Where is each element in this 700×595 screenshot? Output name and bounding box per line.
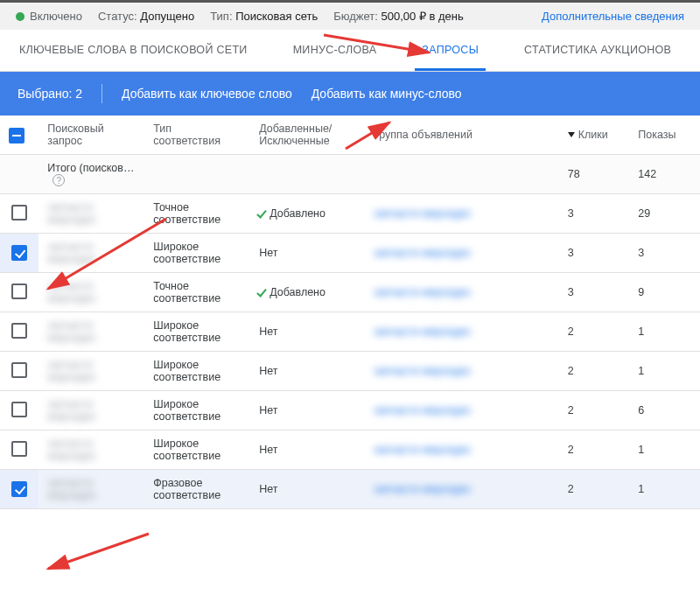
- col-match-type[interactable]: Тип соответствия: [144, 116, 250, 155]
- table-row: запчасти мерседесТочное соответствиеДоба…: [0, 273, 700, 312]
- budget-kv: Бюджет: 500,00 ₽ в день: [333, 10, 464, 23]
- table-row: запчасти мерседесШирокое соответствиеНет…: [0, 391, 700, 430]
- search-queries-table: Поисковый запрос Тип соответствия Добавл…: [0, 116, 700, 509]
- ad-group-cell[interactable]: запчасти мерседес: [365, 470, 559, 509]
- clicks-cell: 3: [559, 194, 630, 234]
- svg-line-3: [48, 534, 149, 569]
- added-cell: Нет: [250, 391, 365, 430]
- impressions-cell: 1: [629, 352, 700, 391]
- enabled-label: Включено: [30, 10, 82, 23]
- table-row: запчасти мерседесФразовое соответствиеНе…: [0, 470, 700, 509]
- match-type-cell: Широкое соответствие: [144, 234, 250, 273]
- row-checkbox[interactable]: [11, 323, 27, 339]
- table-header-row: Поисковый запрос Тип соответствия Добавл…: [0, 116, 700, 155]
- campaign-status-bar: Включено Статус: Допущено Тип: Поисковая…: [0, 0, 700, 30]
- col-added-excluded[interactable]: Добавленные/ Исключенные: [250, 116, 365, 155]
- added-cell: Добавлено: [250, 194, 365, 234]
- query-cell: запчасти мерседес: [38, 430, 144, 470]
- match-type-cell: Фразовое соответствие: [144, 470, 250, 509]
- query-cell: запчасти мерседес: [38, 352, 144, 391]
- match-type-cell: Широкое соответствие: [144, 391, 250, 430]
- query-cell: запчасти мерседес: [38, 312, 144, 352]
- impressions-cell: 1: [629, 312, 700, 352]
- table-row: запчасти мерседесШирокое соответствиеНет…: [0, 234, 700, 273]
- more-details-link[interactable]: Дополнительные сведения: [542, 10, 684, 23]
- added-cell: Нет: [250, 470, 365, 509]
- impressions-cell: 6: [629, 391, 700, 430]
- table-row: запчасти мерседесШирокое соответствиеНет…: [0, 430, 700, 470]
- tabs-bar: КЛЮЧЕВЫЕ СЛОВА В ПОИСКОВОЙ СЕТИ МИНУС-СЛ…: [0, 30, 700, 72]
- sort-desc-icon: [568, 132, 575, 137]
- col-ad-group[interactable]: Группа объявлений: [365, 116, 559, 155]
- impressions-cell: 29: [629, 194, 700, 234]
- col-impressions[interactable]: Показы: [629, 116, 700, 155]
- clicks-cell: 2: [559, 312, 630, 352]
- type-kv: Тип: Поисковая сеть: [210, 10, 318, 23]
- table-row: запчасти мерседесТочное соответствиеДоба…: [0, 194, 700, 234]
- query-cell: запчасти мерседес: [38, 273, 144, 312]
- header-checkbox-cell: [0, 116, 38, 155]
- selection-action-bar: Выбрано: 2 Добавить как ключевое слово Д…: [0, 72, 700, 116]
- selected-count: Выбрано: 2: [18, 87, 82, 101]
- row-checkbox[interactable]: [11, 441, 27, 457]
- table-row: запчасти мерседесШирокое соответствиеНет…: [0, 312, 700, 352]
- ad-group-cell[interactable]: запчасти мерседес: [365, 194, 559, 234]
- match-type-cell: Точное соответствие: [144, 273, 250, 312]
- match-type-cell: Широкое соответствие: [144, 352, 250, 391]
- totals-row: Итого (поисков… ? 78 142: [0, 155, 700, 194]
- table-row: запчасти мерседесШирокое соответствиеНет…: [0, 352, 700, 391]
- ad-group-cell[interactable]: запчасти мерседес: [365, 430, 559, 470]
- added-cell: Нет: [250, 312, 365, 352]
- tab-negative[interactable]: МИНУС-СЛОВА: [286, 30, 384, 71]
- added-cell: Нет: [250, 352, 365, 391]
- separator-icon: [102, 84, 102, 103]
- ad-group-cell[interactable]: запчасти мерседес: [365, 352, 559, 391]
- row-checkbox[interactable]: [11, 245, 27, 261]
- check-icon: [256, 207, 267, 218]
- clicks-cell: 2: [559, 391, 630, 430]
- match-type-cell: Точное соответствие: [144, 194, 250, 234]
- clicks-cell: 3: [559, 234, 630, 273]
- ad-group-cell[interactable]: запчасти мерседес: [365, 273, 559, 312]
- ad-group-cell[interactable]: запчасти мерседес: [365, 234, 559, 273]
- query-cell: запчасти мерседес: [38, 234, 144, 273]
- clicks-cell: 2: [559, 352, 630, 391]
- added-cell: Нет: [250, 234, 365, 273]
- added-cell: Нет: [250, 430, 365, 470]
- clicks-cell: 2: [559, 430, 630, 470]
- impressions-cell: 3: [629, 234, 700, 273]
- totals-impressions: 142: [629, 155, 700, 194]
- impressions-cell: 9: [629, 273, 700, 312]
- row-checkbox[interactable]: [11, 402, 27, 417]
- ad-group-cell[interactable]: запчасти мерседес: [365, 312, 559, 352]
- check-icon: [256, 286, 267, 297]
- row-checkbox[interactable]: [11, 481, 27, 497]
- match-type-cell: Широкое соответствие: [144, 430, 250, 470]
- row-checkbox[interactable]: [11, 205, 27, 220]
- clicks-cell: 3: [559, 273, 630, 312]
- add-as-negative-button[interactable]: Добавить как минус-слово: [312, 87, 462, 101]
- col-clicks[interactable]: Клики: [559, 116, 630, 155]
- impressions-cell: 1: [629, 430, 700, 470]
- ad-group-cell[interactable]: запчасти мерседес: [365, 391, 559, 430]
- select-all-checkbox[interactable]: [9, 128, 24, 144]
- totals-clicks: 78: [559, 155, 630, 194]
- impressions-cell: 1: [629, 470, 700, 509]
- totals-label: Итого (поисков… ?: [38, 155, 144, 194]
- clicks-cell: 2: [559, 470, 630, 509]
- tab-auction[interactable]: СТАТИСТИКА АУКЦИОНОВ: [517, 30, 678, 71]
- col-query[interactable]: Поисковый запрос: [38, 116, 144, 155]
- added-cell: Добавлено: [250, 273, 365, 312]
- tab-keywords[interactable]: КЛЮЧЕВЫЕ СЛОВА В ПОИСКОВОЙ СЕТИ: [12, 30, 255, 71]
- status-kv: Статус: Допущено: [98, 10, 194, 23]
- enabled-dot-icon: [16, 12, 24, 21]
- row-checkbox[interactable]: [11, 362, 27, 378]
- match-type-cell: Широкое соответствие: [144, 312, 250, 352]
- help-icon[interactable]: ?: [52, 174, 65, 186]
- enabled-status[interactable]: Включено: [16, 10, 82, 23]
- query-cell: запчасти мерседес: [38, 391, 144, 430]
- row-checkbox[interactable]: [11, 284, 27, 299]
- query-cell: запчасти мерседес: [38, 194, 144, 234]
- add-as-keyword-button[interactable]: Добавить как ключевое слово: [122, 87, 292, 101]
- tab-queries[interactable]: ЗАПРОСЫ: [415, 30, 486, 71]
